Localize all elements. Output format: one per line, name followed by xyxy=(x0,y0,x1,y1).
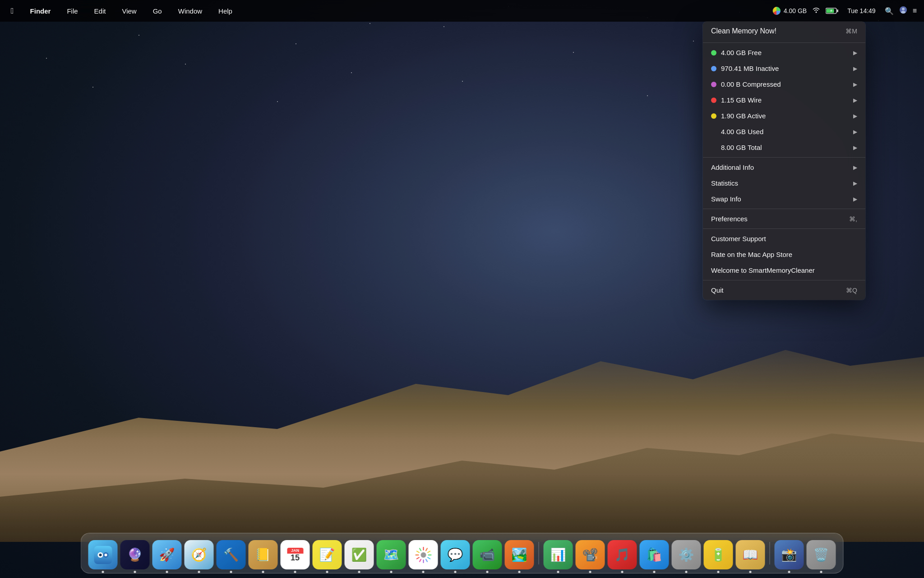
dock-battery-app[interactable]: 🔋 xyxy=(704,540,733,569)
dock-xcode[interactable]: 🔨 xyxy=(217,540,246,569)
battery-status[interactable] xyxy=(826,8,838,14)
dock-finder[interactable] xyxy=(88,540,118,569)
welcome-item[interactable]: Welcome to SmartMemoryCleaner xyxy=(703,262,865,278)
svg-rect-22 xyxy=(415,555,419,555)
memory-amount: 4.00 GB xyxy=(784,7,807,14)
dock-notefile[interactable]: 📒 xyxy=(249,540,278,569)
separator-2 xyxy=(703,157,865,158)
customer-support-item[interactable]: Customer Support xyxy=(703,231,865,247)
compressed-dot xyxy=(711,82,716,87)
clock: Tue 14:49 xyxy=(844,5,879,16)
siri-icon[interactable] xyxy=(899,6,907,16)
dock-screenshot[interactable]: 📸 xyxy=(775,540,804,569)
separator-3 xyxy=(703,209,865,209)
wifi-signal-icon xyxy=(812,7,820,13)
dock-launchpad[interactable]: 🚀 xyxy=(152,540,182,569)
svg-rect-24 xyxy=(419,547,421,551)
photos-icon xyxy=(415,546,432,564)
spotlight-search-icon[interactable]: 🔍 xyxy=(885,7,894,15)
wire-arrow: ▶ xyxy=(853,97,857,103)
svg-rect-17 xyxy=(427,557,430,559)
dock-safari[interactable]: 🧭 xyxy=(185,540,214,569)
svg-rect-3 xyxy=(837,9,838,12)
active-dot xyxy=(711,113,716,119)
statistics-item[interactable]: Statistics ▶ xyxy=(703,175,865,191)
dock-appstore[interactable]: 🛍️ xyxy=(640,540,669,569)
rate-app-item[interactable]: Rate on the Mac App Store xyxy=(703,247,865,262)
svg-rect-2 xyxy=(827,9,834,13)
svg-rect-15 xyxy=(427,550,430,553)
menubar:  Finder File Edit View Go Window Help xyxy=(0,0,924,22)
svg-point-10 xyxy=(99,554,102,556)
memory-free-item[interactable]: 4.00 GB Free ▶ xyxy=(703,45,865,61)
inactive-dot xyxy=(711,66,716,71)
memory-cleaner-menubar[interactable]: 4.00 GB xyxy=(772,6,807,15)
swap-info-arrow: ▶ xyxy=(853,196,857,202)
wire-dot xyxy=(711,98,716,103)
dock-numbers[interactable]: 📊 xyxy=(544,540,573,569)
help-menu[interactable]: Help xyxy=(215,5,236,17)
siri-avatar-icon xyxy=(899,6,907,14)
dock-trash[interactable]: 🗑️ xyxy=(807,540,836,569)
used-arrow: ▶ xyxy=(853,129,857,135)
svg-point-12 xyxy=(420,552,426,558)
desktop:  Finder File Edit View Go Window Help xyxy=(0,0,924,578)
dock-reminders[interactable]: ✅ xyxy=(345,540,374,569)
window-menu[interactable]: Window xyxy=(175,5,206,17)
inactive-arrow: ▶ xyxy=(853,65,857,72)
additional-info-arrow: ▶ xyxy=(853,164,857,171)
menubar-left:  Finder File Edit View Go Window Help xyxy=(7,5,236,18)
dock-photo-viewer[interactable]: 🏞️ xyxy=(505,540,534,569)
file-menu[interactable]: File xyxy=(63,5,81,17)
edit-menu[interactable]: Edit xyxy=(91,5,110,17)
menubar-right: 4.00 GB xyxy=(772,5,917,16)
total-arrow: ▶ xyxy=(853,144,857,151)
svg-point-6 xyxy=(901,11,906,14)
dock-stickies[interactable]: 📝 xyxy=(313,540,342,569)
free-arrow: ▶ xyxy=(853,50,857,56)
bottom-spacer xyxy=(703,298,865,300)
dock-facetime[interactable]: 📹 xyxy=(473,540,502,569)
dock-system-preferences[interactable]: ⚙️ xyxy=(672,540,701,569)
clean-memory-button[interactable]: Clean Memory Now! ⌘M xyxy=(703,22,865,41)
dock-lexi-app[interactable]: 📖 xyxy=(736,540,765,569)
svg-rect-18 xyxy=(425,559,428,562)
dock-separator xyxy=(539,542,539,564)
statistics-arrow: ▶ xyxy=(853,180,857,186)
free-dot xyxy=(711,50,716,56)
memory-wire-item[interactable]: 1.15 GB Wire ▶ xyxy=(703,92,865,108)
go-menu[interactable]: Go xyxy=(149,5,166,17)
dock-music[interactable]: 🎵 xyxy=(608,540,637,569)
active-arrow: ▶ xyxy=(853,113,857,119)
wifi-icon[interactable] xyxy=(812,7,820,15)
quit-item[interactable]: Quit ⌘Q xyxy=(703,282,865,298)
dock-keynote[interactable]: 📽️ xyxy=(576,540,605,569)
dock-separator-2 xyxy=(770,542,770,564)
dock-messages[interactable]: 💬 xyxy=(441,540,470,569)
dock-siri[interactable]: 🔮 xyxy=(120,540,150,569)
view-menu[interactable]: View xyxy=(118,5,140,17)
memory-total-item[interactable]: 8.00 GB Total ▶ xyxy=(703,140,865,155)
svg-rect-19 xyxy=(423,559,424,563)
additional-info-item[interactable]: Additional Info ▶ xyxy=(703,159,865,175)
svg-rect-16 xyxy=(428,555,431,555)
swap-info-item[interactable]: Swap Info ▶ xyxy=(703,191,865,207)
separator-4 xyxy=(703,228,865,229)
dock-photos[interactable] xyxy=(409,540,438,569)
memory-used-item[interactable]: 4.00 GB Used ▶ xyxy=(703,124,865,140)
apple-menu[interactable]:  xyxy=(7,5,18,18)
separator-1 xyxy=(703,42,865,43)
svg-rect-23 xyxy=(416,550,420,553)
memory-pie-icon xyxy=(772,6,781,15)
svg-rect-20 xyxy=(419,559,421,562)
preferences-item[interactable]: Preferences ⌘, xyxy=(703,211,865,227)
memory-compressed-item[interactable]: 0.00 B Compressed ▶ xyxy=(703,76,865,92)
menu-list-icon[interactable]: ≡ xyxy=(913,7,917,15)
memory-active-item[interactable]: 1.90 GB Active ▶ xyxy=(703,108,865,124)
memory-inactive-item[interactable]: 970.41 MB Inactive ▶ xyxy=(703,61,865,76)
finder-icon xyxy=(94,546,112,564)
finder-menu[interactable]: Finder xyxy=(27,5,55,17)
dock-calendar[interactable]: JAN 15 xyxy=(281,540,310,569)
svg-point-5 xyxy=(902,8,905,10)
dock-maps[interactable]: 🗺️ xyxy=(377,540,406,569)
